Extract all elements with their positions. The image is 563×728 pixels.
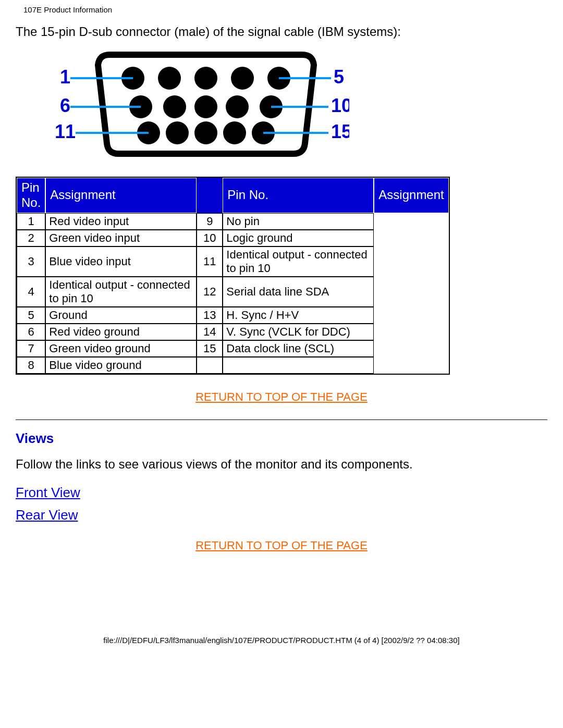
- table-cell-pin: 9: [197, 213, 223, 230]
- col-assignment: Assignment: [45, 178, 197, 213]
- table-cell-assign: Blue video ground: [45, 357, 197, 374]
- rear-view-link[interactable]: Rear View: [16, 507, 547, 523]
- table-cell-pin: 10: [197, 230, 223, 246]
- table-cell-assign: Green video ground: [45, 340, 197, 357]
- table-cell-pin: 1: [17, 213, 45, 230]
- diagram-label-5: 5: [334, 66, 344, 88]
- intro-text: The 15-pin D-sub connector (male) of the…: [16, 24, 547, 39]
- table-cell-pin: 6: [17, 324, 45, 340]
- return-to-top-link-2[interactable]: RETURN TO TOP OF THE PAGE: [16, 539, 547, 552]
- table-cell-assign: Serial data line SDA: [223, 277, 374, 307]
- col-pin-no-2: Pin No.: [223, 178, 374, 213]
- table-cell-pin: 8: [17, 357, 45, 374]
- table-cell-assign: Red video input: [45, 213, 197, 230]
- table-cell-pin: 2: [17, 230, 45, 246]
- table-cell-assign: Identical output - connected to pin 10: [223, 246, 374, 277]
- diagram-label-11: 11: [55, 121, 76, 142]
- svg-point-2: [194, 67, 217, 90]
- table-cell-pin: 4: [17, 277, 45, 307]
- divider: [16, 419, 547, 420]
- views-heading: Views: [16, 430, 547, 447]
- table-cell-pin: 3: [17, 246, 45, 277]
- table-cell-pin: 14: [197, 324, 223, 340]
- page-header: 107E Product Information: [0, 0, 563, 14]
- table-cell-assign: Green video input: [45, 230, 197, 246]
- diagram-label-6: 6: [60, 95, 70, 116]
- table-cell-assign: Logic ground: [223, 230, 374, 246]
- table-cell-pin: [197, 357, 223, 374]
- diagram-label-1: 1: [60, 66, 70, 88]
- table-cell-pin: 7: [17, 340, 45, 357]
- svg-point-7: [194, 95, 217, 118]
- table-cell-assign: Data clock line (SCL): [223, 340, 374, 357]
- front-view-link[interactable]: Front View: [16, 485, 547, 501]
- table-cell-pin: 11: [197, 246, 223, 277]
- col-pin-no: Pin No.: [17, 178, 45, 213]
- table-cell-assign: V. Sync (VCLK for DDC): [223, 324, 374, 340]
- views-description: Follow the links to see various views of…: [16, 457, 547, 472]
- table-cell-assign: Ground: [45, 307, 197, 324]
- table-cell-assign: Identical output - connected to pin 10: [45, 277, 197, 307]
- footer-path: file:///D|/EDFU/LF3/lf3manual/english/10…: [0, 636, 563, 655]
- table-cell-pin: 13: [197, 307, 223, 324]
- diagram-label-15: 15: [331, 121, 349, 142]
- dsub-connector-diagram: 1 6 11 5 10 15: [42, 50, 547, 161]
- table-cell-assign: H. Sync / H+V: [223, 307, 374, 324]
- svg-point-13: [223, 121, 246, 144]
- svg-point-3: [231, 67, 254, 90]
- svg-point-12: [194, 121, 217, 144]
- table-cell-assign: [223, 357, 374, 374]
- svg-point-6: [163, 95, 186, 118]
- table-spacer: [197, 178, 223, 213]
- table-cell-pin: 5: [17, 307, 45, 324]
- col-assignment-2: Assignment: [374, 178, 448, 213]
- table-cell-pin: 15: [197, 340, 223, 357]
- svg-point-8: [226, 95, 249, 118]
- svg-point-1: [158, 67, 181, 90]
- table-cell-assign: Red video ground: [45, 324, 197, 340]
- table-cell-assign: Blue video input: [45, 246, 197, 277]
- diagram-label-10: 10: [331, 95, 349, 116]
- return-to-top-link[interactable]: RETURN TO TOP OF THE PAGE: [16, 390, 547, 404]
- svg-point-11: [166, 121, 189, 144]
- table-cell-pin: 12: [197, 277, 223, 307]
- table-cell-assign: No pin: [223, 213, 374, 230]
- pin-assignment-table: Pin No. Assignment Pin No. Assignment 1R…: [16, 177, 547, 375]
